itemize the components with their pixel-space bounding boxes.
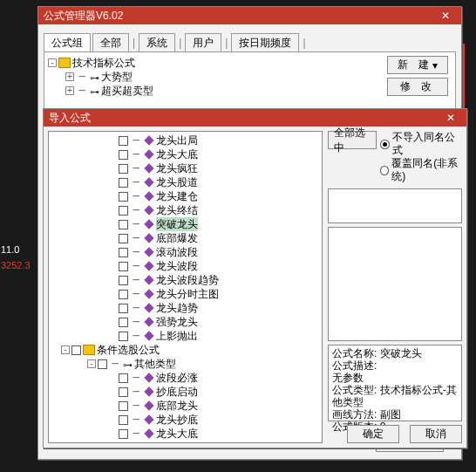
radio-dot-icon [380, 140, 390, 149]
edit-button[interactable]: 修 改 [387, 78, 448, 96]
checkbox-icon[interactable] [119, 220, 128, 229]
tree-item[interactable]: ─龙头疯狂 [49, 161, 322, 175]
tree-g1[interactable]: 大势型 [101, 70, 133, 84]
collapse-icon[interactable]: - [48, 58, 57, 67]
tree-item-label: 龙头出局 [156, 133, 198, 147]
collapse-icon[interactable]: - [87, 359, 96, 368]
tree-item[interactable]: ─抄底启动 [49, 385, 322, 399]
tree-root[interactable]: 技术指标公式 [72, 56, 135, 70]
key-icon [90, 85, 99, 99]
checkbox-icon[interactable] [119, 429, 128, 439]
tree-item[interactable]: ─突破龙头 [49, 217, 322, 231]
tree-item[interactable]: ─底部龙头 [49, 399, 322, 413]
bullet-icon [144, 149, 153, 159]
bullet-icon [144, 331, 153, 340]
tree-item-label: 龙头趋势 [156, 301, 198, 315]
tree-item[interactable]: ─龙头大底 [49, 147, 322, 161]
tree-item[interactable]: ─强势龙头 [49, 315, 322, 329]
tree-item[interactable]: ─龙头波段趋势 [49, 273, 322, 287]
manager-titlebar[interactable]: 公式管理器V6.02 ✕ [38, 7, 461, 24]
checkbox-icon[interactable] [119, 373, 128, 383]
checkbox-icon[interactable] [119, 262, 128, 271]
checkbox-icon[interactable] [119, 290, 128, 299]
checkbox-icon[interactable] [119, 192, 128, 202]
bullet-icon [144, 219, 153, 229]
tree-item[interactable]: ─龙头抄底 [49, 413, 322, 427]
bullet-icon [144, 233, 153, 243]
tree-item-label: 突破龙头 [156, 217, 198, 231]
tree-item-label: 龙头抄底 [156, 413, 198, 427]
tab-user[interactable]: 用户 [185, 33, 221, 52]
checkbox-icon[interactable] [119, 318, 128, 327]
bullet-icon [144, 177, 153, 187]
preview-panel-2 [328, 227, 462, 341]
key-icon [90, 71, 99, 85]
tree-item[interactable]: ─龙头分时主图 [49, 287, 322, 301]
tree-cond-root[interactable]: -条件选股公式 [49, 343, 322, 357]
tree-item-label: 滚动波段 [156, 245, 198, 259]
new-button[interactable]: 新 建▾ [387, 56, 448, 74]
checkbox-icon[interactable] [119, 387, 128, 397]
checkbox-icon[interactable] [71, 345, 81, 355]
checkbox-icon[interactable] [119, 150, 128, 160]
checkbox-icon[interactable] [119, 415, 128, 425]
checkbox-icon[interactable] [119, 332, 128, 341]
tree-item[interactable]: ─龙头波段 [49, 259, 322, 273]
tree-item[interactable]: ─龙头建仓 [49, 189, 322, 203]
select-all-button[interactable]: 全部选中 [328, 131, 377, 149]
tree-label: 其他类型 [134, 357, 176, 371]
checkbox-icon[interactable] [119, 401, 128, 411]
import-close-icon[interactable]: ✕ [440, 109, 461, 127]
tree-item[interactable]: ─龙头股道 [49, 175, 322, 189]
tree-item-label: 龙头波段趋势 [156, 273, 219, 287]
key-icon [123, 358, 133, 372]
tab-group[interactable]: 公式组 [44, 33, 91, 52]
checkbox-icon[interactable] [119, 276, 128, 285]
info-panel: 公式名称: 突破龙头 公式描述: 无参数 公式类型: 技术指标公式-其他类型 画… [328, 345, 462, 421]
tree-item-label: 强势龙头 [156, 315, 198, 329]
tree-item-label: 龙头终结 [156, 203, 198, 217]
tab-system[interactable]: 系统 [139, 33, 175, 52]
chart-value-1: 11.0 [1, 244, 19, 255]
tree-item-label: 底部爆发 [156, 231, 198, 245]
bullet-icon [144, 275, 153, 284]
tree-item[interactable]: ─底部爆发 [49, 231, 322, 245]
tree-item[interactable]: ─龙头出局 [49, 133, 322, 147]
tree-item[interactable]: ─波段必涨 [49, 371, 322, 385]
checkbox-icon[interactable] [119, 136, 128, 146]
checkbox-icon[interactable] [98, 359, 107, 369]
tab-date[interactable]: 按日期频度 [231, 33, 299, 52]
tree-item[interactable]: ─龙头终结 [49, 203, 322, 217]
import-titlebar[interactable]: 导入公式 ✕ [44, 109, 466, 127]
radio-overwrite[interactable]: 覆盖同名(非系统) [380, 157, 462, 183]
tree-item[interactable]: ─滚动波段 [49, 245, 322, 259]
tree-item[interactable]: ─上影抛出 [49, 329, 322, 343]
tree-item-label: 龙头疯狂 [156, 161, 198, 175]
tree-item[interactable]: ─龙头趋势 [49, 301, 322, 315]
bullet-icon [144, 191, 153, 201]
radio-skip-same[interactable]: 不导入同名公式 [380, 131, 462, 157]
checkbox-icon[interactable] [119, 164, 128, 174]
tree-g2[interactable]: 超买超卖型 [101, 84, 153, 98]
import-tree[interactable]: ─龙头出局─龙头大底─龙头疯狂─龙头股道─龙头建仓─龙头终结─突破龙头─底部爆发… [48, 131, 323, 443]
checkbox-icon[interactable] [119, 304, 128, 313]
bullet-icon [144, 247, 153, 257]
bullet-icon [144, 400, 153, 410]
expand-icon[interactable]: + [65, 72, 74, 81]
tab-all[interactable]: 全部 [92, 33, 129, 52]
collapse-icon[interactable]: - [61, 345, 70, 354]
tree-cond-sub[interactable]: -─ 其他类型 [49, 357, 322, 371]
checkbox-icon[interactable] [119, 206, 128, 215]
manager-close-icon[interactable]: ✕ [435, 7, 456, 24]
import-title: 导入公式 [49, 109, 91, 127]
checkbox-icon[interactable] [119, 234, 128, 243]
manager-title: 公式管理器V6.02 [44, 7, 123, 24]
ok-button[interactable]: 确定 [347, 425, 399, 443]
tree-item[interactable]: ─龙头大底 [49, 427, 322, 441]
expand-icon[interactable]: + [65, 86, 74, 95]
checkbox-icon[interactable] [119, 248, 128, 257]
checkbox-icon[interactable] [119, 178, 128, 188]
cancel-button[interactable]: 取消 [410, 425, 462, 443]
stage: 11.0 3252.3 公式管理器V6.02 ✕ 公式组 全部 | 系统 | 用… [0, 0, 476, 472]
bullet-icon [144, 386, 153, 396]
